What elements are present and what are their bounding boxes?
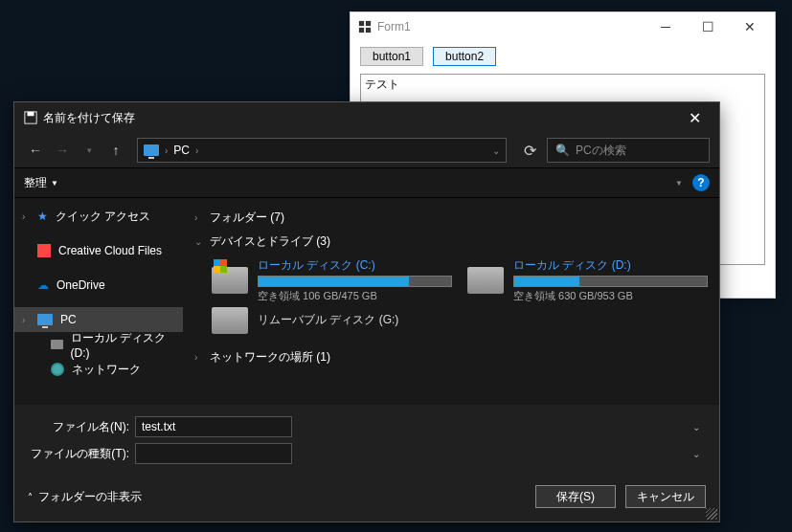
disk-icon <box>51 340 63 349</box>
removable-icon <box>212 307 248 334</box>
sidebar-item-local-disk-d[interactable]: ローカル ディスク (D:) <box>14 332 183 357</box>
drive-g[interactable]: リムーバブル ディスク (G:) <box>212 307 452 334</box>
drive-icon <box>467 267 504 294</box>
nav-bar: ← → ▾ ↑ › PC › ⌄ ⟳ 🔍 PCの検索 <box>14 133 719 167</box>
filename-input[interactable] <box>135 416 292 437</box>
filename-label: ファイル名(N): <box>28 419 135 435</box>
breadcrumb-dropdown[interactable]: ⌄ <box>492 145 500 156</box>
drive-free-text: 空き領域 630 GB/953 GB <box>513 289 708 303</box>
star-icon: ★ <box>37 210 48 223</box>
sidebar-item-quick-access[interactable]: › ★ クイック アクセス <box>14 204 183 229</box>
breadcrumb[interactable]: › PC › ⌄ <box>137 138 507 163</box>
button1[interactable]: button1 <box>360 47 423 66</box>
drive-name: ローカル ディスク (D:) <box>513 257 708 274</box>
sidebar-item-creative-cloud[interactable]: Creative Cloud Files <box>14 238 183 263</box>
view-options-button[interactable]: ▼ <box>661 179 683 188</box>
save-icon <box>24 111 37 124</box>
sidebar-item-pc[interactable]: › PC <box>14 307 183 332</box>
section-devices[interactable]: ⌄ デバイスとドライブ (3) <box>194 230 708 254</box>
dialog-title: 名前を付けて保存 <box>43 110 135 126</box>
network-icon <box>51 363 64 376</box>
filetype-label: ファイルの種類(T): <box>28 446 135 462</box>
chevron-up-icon: ˄ <box>28 492 33 502</box>
forward-button[interactable]: → <box>51 139 74 162</box>
chevron-down-icon: ⌄ <box>194 236 204 247</box>
back-button[interactable]: ← <box>24 139 47 162</box>
svg-rect-5 <box>28 112 34 116</box>
drive-c[interactable]: ローカル ディスク (C:) 空き領域 106 GB/475 GB <box>212 257 452 303</box>
save-button[interactable]: 保存(S) <box>535 485 616 508</box>
chevron-down-icon: ▼ <box>51 179 58 188</box>
app-icon <box>358 20 372 33</box>
section-folders[interactable]: › フォルダー (7) <box>194 206 708 230</box>
save-dialog: 名前を付けて保存 ✕ ← → ▾ ↑ › PC › ⌄ ⟳ 🔍 PCの検索 整理… <box>13 101 720 522</box>
chevron-down-icon: ▼ <box>675 179 683 188</box>
recent-dropdown[interactable]: ▾ <box>78 139 101 162</box>
up-button[interactable]: ↑ <box>104 139 127 162</box>
sidebar: › ★ クイック アクセス Creative Cloud Files ☁ One… <box>14 198 183 405</box>
svg-rect-1 <box>366 21 371 26</box>
organize-menu[interactable]: 整理 ▼ <box>24 175 58 191</box>
section-network[interactable]: › ネットワークの場所 (1) <box>194 345 708 369</box>
form-titlebar[interactable]: Form1 ─ ☐ ✕ <box>351 12 775 41</box>
cloud-icon: ☁ <box>37 278 49 292</box>
chevron-right-icon: › <box>194 352 204 363</box>
search-input[interactable]: 🔍 PCの検索 <box>547 138 710 163</box>
drive-free-text: 空き領域 106 GB/475 GB <box>258 289 452 303</box>
dialog-footer: ˄ フォルダーの非表示 保存(S) キャンセル <box>14 481 719 521</box>
chevron-down-icon[interactable]: ⌄ <box>692 449 700 459</box>
resize-grip[interactable] <box>706 508 717 520</box>
dialog-titlebar[interactable]: 名前を付けて保存 ✕ <box>14 102 719 133</box>
pc-icon <box>37 314 53 325</box>
chevron-right-icon[interactable]: › <box>22 211 25 222</box>
drive-d[interactable]: ローカル ディスク (D:) 空き領域 630 GB/953 GB <box>467 257 708 303</box>
search-placeholder: PCの検索 <box>576 143 626 159</box>
refresh-button[interactable]: ⟳ <box>516 138 543 163</box>
hide-folders-toggle[interactable]: ˄ フォルダーの非表示 <box>28 489 142 505</box>
minimize-button[interactable]: ─ <box>645 13 687 40</box>
drive-name: ローカル ディスク (C:) <box>258 257 452 274</box>
pc-icon <box>144 144 159 156</box>
chevron-right-icon[interactable]: › <box>22 315 25 325</box>
chevron-down-icon[interactable]: ⌄ <box>692 422 700 432</box>
sidebar-item-network[interactable]: ネットワーク <box>14 357 183 382</box>
creative-cloud-icon <box>37 244 51 257</box>
sidebar-item-onedrive[interactable]: ☁ OneDrive <box>14 273 183 298</box>
help-button[interactable]: ? <box>692 174 710 191</box>
maximize-button[interactable]: ☐ <box>687 13 729 40</box>
svg-rect-0 <box>359 21 364 26</box>
chevron-right-icon: › <box>194 212 204 223</box>
button2[interactable]: button2 <box>433 47 496 66</box>
drive-usage-bar <box>258 276 452 287</box>
drive-usage-bar <box>513 276 708 287</box>
dialog-close-button[interactable]: ✕ <box>673 103 715 132</box>
filetype-select[interactable] <box>135 443 292 464</box>
svg-rect-2 <box>359 28 364 33</box>
dialog-bottom: ファイル名(N): ⌄ ファイルの種類(T): ⌄ <box>14 405 719 481</box>
drive-name: リムーバブル ディスク (G:) <box>258 312 452 328</box>
close-button[interactable]: ✕ <box>729 13 771 40</box>
svg-rect-3 <box>366 28 371 33</box>
toolbar: 整理 ▼ ▼ ? <box>14 167 719 198</box>
form-title: Form1 <box>377 20 645 33</box>
content-area[interactable]: › フォルダー (7) ⌄ デバイスとドライブ (3) ローカル ディスク (C… <box>183 198 719 405</box>
chevron-right-icon: › <box>195 145 198 156</box>
view-icon <box>661 183 671 184</box>
cancel-button[interactable]: キャンセル <box>625 485 706 508</box>
breadcrumb-pc[interactable]: PC <box>173 144 190 157</box>
drive-icon <box>212 267 248 294</box>
chevron-right-icon: › <box>165 145 168 156</box>
search-icon: 🔍 <box>555 144 570 157</box>
